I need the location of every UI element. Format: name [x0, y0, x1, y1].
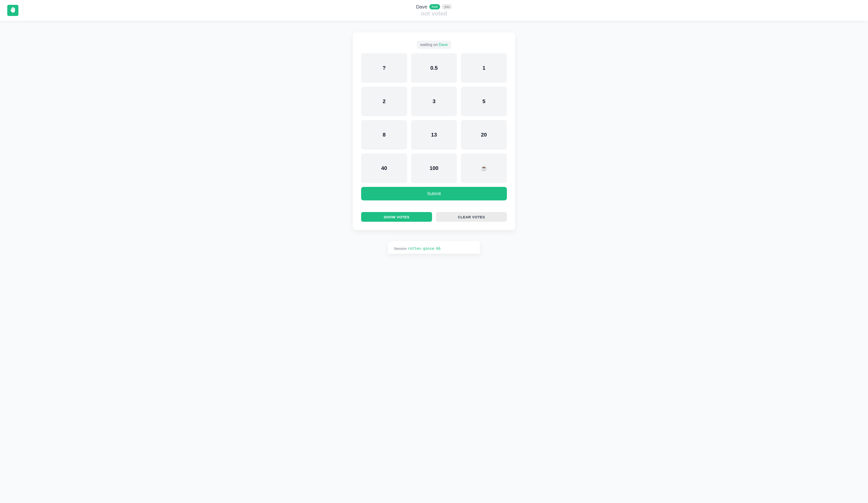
- vote-card-5[interactable]: 5: [461, 87, 507, 116]
- header-user-block: Dave host you not voted: [416, 4, 452, 17]
- vote-card-coffee[interactable]: ☕: [461, 154, 507, 183]
- session-label: Session: [394, 247, 408, 251]
- session-id: rotten-goose-66: [408, 247, 441, 251]
- you-badge: you: [442, 4, 452, 9]
- vote-card-8[interactable]: 8: [361, 120, 407, 150]
- vote-card-question[interactable]: ?: [361, 53, 407, 83]
- host-actions: SHOW VOTES CLEAR VOTES: [361, 212, 507, 222]
- waiting-chip: waiting on Dave: [417, 41, 451, 49]
- hand-icon: [9, 7, 16, 14]
- waiting-name: Dave: [439, 43, 448, 47]
- card-grid: ? 0.5 1 2 3 5 8 13 20 40 100 ☕: [361, 53, 507, 183]
- submit-button[interactable]: Submit: [361, 187, 507, 200]
- host-badge: host: [430, 4, 440, 9]
- waiting-wrap: waiting on Dave: [361, 41, 507, 49]
- vote-status: not voted: [421, 10, 447, 17]
- vote-card-1[interactable]: 1: [461, 53, 507, 83]
- user-row: Dave host you: [416, 4, 452, 10]
- vote-card-0-5[interactable]: 0.5: [411, 53, 457, 83]
- main-content: waiting on Dave ? 0.5 1 2 3 5 8 13 20 40…: [0, 21, 868, 254]
- vote-card-2[interactable]: 2: [361, 87, 407, 116]
- vote-card-40[interactable]: 40: [361, 154, 407, 183]
- vote-card-13[interactable]: 13: [411, 120, 457, 150]
- vote-card-100[interactable]: 100: [411, 154, 457, 183]
- app-logo[interactable]: [7, 5, 18, 16]
- session-panel: Session rotten-goose-66: [388, 241, 480, 254]
- vote-card-3[interactable]: 3: [411, 87, 457, 116]
- voting-panel: waiting on Dave ? 0.5 1 2 3 5 8 13 20 40…: [353, 32, 515, 230]
- header-divider: [23, 6, 23, 15]
- clear-votes-button[interactable]: CLEAR VOTES: [436, 212, 507, 222]
- app-header: Dave host you not voted: [0, 0, 868, 21]
- show-votes-button[interactable]: SHOW VOTES: [361, 212, 432, 222]
- user-name: Dave: [416, 4, 427, 10]
- waiting-prefix: waiting on: [420, 43, 439, 47]
- vote-card-20[interactable]: 20: [461, 120, 507, 150]
